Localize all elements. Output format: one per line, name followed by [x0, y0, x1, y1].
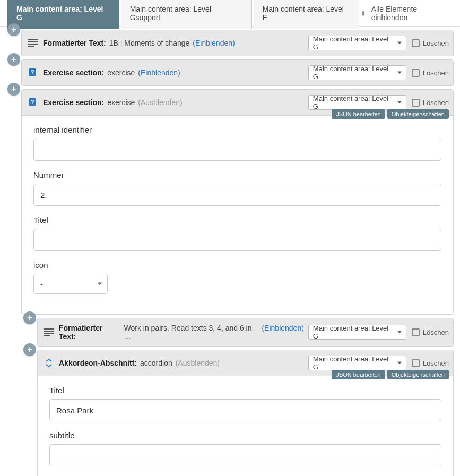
block-content-label: exercise: [107, 98, 135, 107]
block-exercise-section-expanded: ? Exercise section: exercise (Ausblenden…: [21, 89, 454, 315]
svg-text:?: ?: [31, 99, 34, 105]
subtitle-input[interactable]: [49, 444, 441, 466]
block-type-label: Exercise section:: [43, 98, 104, 107]
add-block-button[interactable]: +: [23, 343, 36, 356]
block-type-label: Formatierter Text:: [43, 39, 106, 47]
block-content-label: exercise: [107, 68, 135, 77]
text-lines-icon: [27, 37, 39, 49]
nummer-input[interactable]: [33, 184, 441, 206]
json-edit-button[interactable]: JSON bearbeiten: [332, 109, 385, 119]
delete-label: Löschen: [423, 69, 449, 77]
block-formatted-text: Formatierter Text: 1B | Moments of chang…: [21, 30, 454, 56]
block-toggle-link[interactable]: (Einblenden): [193, 39, 235, 47]
object-properties-button[interactable]: Objekteigenschaften: [387, 109, 449, 119]
field-label-nummer: Nummer: [33, 170, 441, 179]
block-content-label: Work in pairs. Read texts 3, 4, and 6 in…: [124, 324, 259, 341]
block-content-label: 1B | Moments of change: [109, 39, 190, 47]
level-select[interactable]: Main content area: Level G: [308, 65, 406, 80]
delete-label: Löschen: [423, 359, 449, 367]
field-label-internal-identifier: internal identifier: [33, 125, 441, 134]
question-box-icon: ?: [27, 97, 39, 108]
block-accordion-section: Akkordeon-Abschnitt: accordion (Ausblend…: [37, 350, 454, 476]
block-body: JSON bearbeiten Objekteigenschaften Tite…: [38, 376, 453, 476]
delete-checkbox[interactable]: [412, 39, 420, 47]
titel-input[interactable]: [49, 399, 441, 421]
field-label-titel: Titel: [49, 386, 441, 395]
add-block-button[interactable]: +: [23, 311, 36, 324]
json-edit-button[interactable]: JSON bearbeiten: [332, 370, 385, 379]
block-toggle-link[interactable]: (Einblenden): [138, 68, 180, 77]
delete-label: Löschen: [423, 99, 449, 107]
block-toggle-link[interactable]: (Ausblenden): [176, 359, 220, 367]
block-toggle-link[interactable]: (Ausblenden): [138, 98, 182, 107]
expand-collapse-icon: ▲▼: [361, 10, 366, 16]
field-label-subtitle: subtitle: [49, 431, 441, 440]
tab-level-g[interactable]: Main content area: Level G: [7, 0, 119, 29]
delete-checkbox[interactable]: [412, 359, 420, 367]
add-block-button[interactable]: +: [7, 23, 20, 36]
icon-select[interactable]: -: [33, 274, 108, 294]
accordion-icon: [43, 357, 55, 369]
delete-checkbox[interactable]: [412, 69, 420, 77]
tab-level-gsupport[interactable]: Main content area: Level Gsupport: [121, 0, 252, 29]
block-content-label: accordion: [140, 359, 172, 367]
add-block-button[interactable]: +: [7, 83, 20, 96]
tabs-bar: Main content area: Level G Main content …: [0, 0, 460, 27]
delete-label: Löschen: [423, 328, 449, 336]
expand-all-button[interactable]: ▲▼ Alle Elemente einblenden: [361, 5, 455, 22]
block-type-label: Exercise section:: [43, 68, 104, 77]
level-select[interactable]: Main content area: Level G: [308, 36, 406, 50]
block-type-label: Formatierter Text:: [59, 324, 121, 341]
internal-identifier-input[interactable]: [33, 139, 441, 161]
block-formatted-text: Formatierter Text: Work in pairs. Read t…: [37, 318, 454, 347]
svg-text:?: ?: [31, 69, 34, 75]
level-select[interactable]: Main content area: Level G: [308, 356, 406, 370]
object-properties-button[interactable]: Objekteigenschaften: [387, 370, 449, 379]
field-label-icon: icon: [33, 261, 441, 270]
field-label-titel: Titel: [33, 215, 441, 224]
level-select[interactable]: Main content area: Level G: [308, 95, 406, 110]
block-type-label: Akkordeon-Abschnitt:: [59, 359, 137, 367]
expand-all-label: Alle Elemente einblenden: [371, 5, 455, 22]
add-block-button[interactable]: +: [7, 53, 20, 66]
block-toggle-link[interactable]: (Einblenden): [262, 324, 303, 332]
delete-label: Löschen: [423, 39, 449, 47]
block-list: + Formatierter Text: 1B | Moments of cha…: [0, 30, 460, 476]
titel-input[interactable]: [33, 229, 441, 251]
delete-checkbox[interactable]: [412, 328, 420, 336]
text-lines-icon: [43, 326, 55, 338]
block-exercise-section: ? Exercise section: exercise (Einblenden…: [21, 59, 454, 86]
tab-level-e[interactable]: Main content area: Level E: [254, 0, 359, 29]
question-box-icon: ?: [27, 67, 39, 79]
level-select[interactable]: Main content area: Level G: [308, 325, 406, 340]
delete-checkbox[interactable]: [412, 99, 420, 107]
block-body: JSON bearbeiten Objekteigenschaften inte…: [22, 115, 453, 314]
